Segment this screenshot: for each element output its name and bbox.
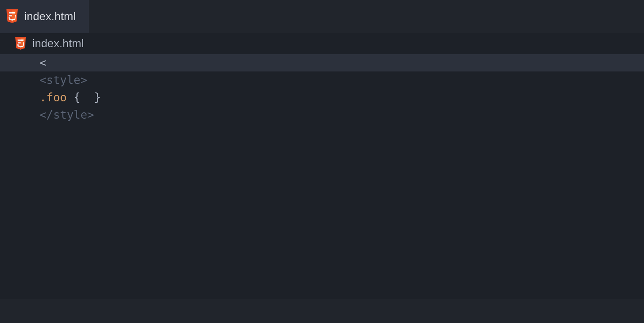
code-area[interactable]: <<style>.foo { }</style>: [40, 54, 644, 124]
editor[interactable]: <<style>.foo { }</style>: [0, 54, 644, 299]
tab-bar: index.html: [0, 0, 644, 33]
code-line[interactable]: <: [40, 54, 644, 71]
code-token: [67, 89, 73, 106]
breadcrumb-title[interactable]: index.html: [32, 37, 84, 50]
code-token: {: [73, 89, 80, 106]
code-token: [80, 89, 94, 106]
code-token: <: [40, 54, 46, 71]
code-token: foo: [46, 89, 67, 106]
code-token: }: [94, 89, 101, 106]
html5-icon: [15, 37, 27, 50]
tab-title: index.html: [24, 10, 76, 23]
code-token: style: [46, 71, 80, 89]
gutter: [0, 54, 40, 299]
code-token: style: [53, 106, 87, 124]
code-token: .: [40, 89, 46, 106]
html5-icon: [6, 9, 19, 24]
code-line[interactable]: .foo { }: [40, 89, 644, 106]
code-line[interactable]: <style>: [40, 71, 644, 89]
code-token: >: [80, 71, 87, 89]
status-bar: [0, 299, 644, 323]
code-token: <: [40, 71, 46, 89]
breadcrumb-bar: index.html: [0, 33, 644, 54]
code-token: </: [40, 106, 53, 124]
code-token: >: [87, 106, 94, 124]
code-line[interactable]: </style>: [40, 106, 644, 124]
tab-index-html[interactable]: index.html: [0, 0, 89, 33]
